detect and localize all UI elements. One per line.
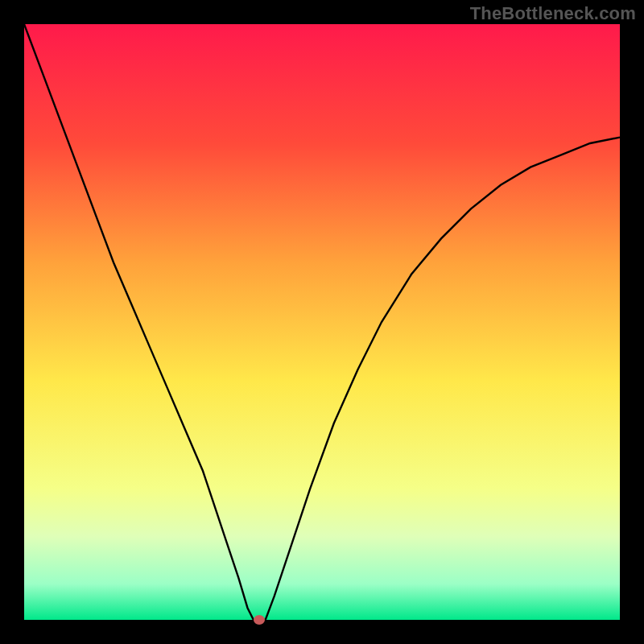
watermark-text: TheBottleneck.com [470,3,636,24]
curve-line [24,24,620,620]
chart-stage: TheBottleneck.com [0,0,644,644]
minimum-marker [254,615,265,625]
plot-area [24,24,620,620]
